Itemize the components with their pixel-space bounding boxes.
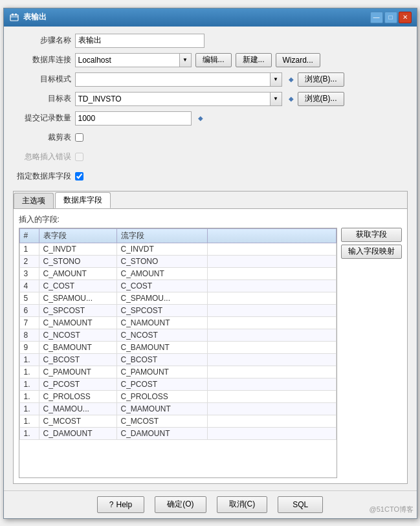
tabs-area: 主选项 数据库字段 插入的字段: # 表字段 流字 [13,191,408,484]
cell-extra [207,341,336,353]
table-row[interactable]: 7 C_NAMOUNT C_NAMOUNT [19,316,336,329]
db-connection-input[interactable] [75,53,180,67]
cell-table-field: C_INVDT [39,243,116,255]
table-row[interactable]: 1. C_MAMOU... C_MAMOUNT [19,402,336,415]
cell-extra [207,304,336,316]
right-btn-area: 获取字段 输入字段映射 [337,228,402,478]
cell-stream-field: C_PCOST [116,378,207,390]
table-row[interactable]: 1. C_PROLOSS C_PROLOSS [19,390,336,402]
target-table-label: 目标表 [13,93,71,104]
wizard-button[interactable]: Wizard... [276,53,320,67]
cell-stream-field: C_BCOST [116,353,207,366]
truncate-label: 裁剪表 [13,132,71,143]
cell-num: 8 [19,329,39,341]
map-fields-button[interactable]: 输入字段映射 [341,245,402,259]
table-row[interactable]: 1. C_MCOST C_MCOST [19,415,336,427]
table-row[interactable]: 3 C_AMOUNT C_AMOUNT [19,267,336,279]
cell-extra [207,402,336,415]
help-button[interactable]: ? Help [97,496,144,513]
ignore-errors-row: 忽略插入错误 [13,149,408,165]
table-row[interactable]: 1. C_PCOST C_PCOST [19,378,336,390]
table-row[interactable]: 1. C_BCOST C_BCOST [19,353,336,366]
tab-content: 插入的字段: # 表字段 流字段 [14,209,407,483]
submit-count-diamond-icon: ◆ [198,115,203,122]
cell-stream-field: C_DAMOUNT [116,427,207,439]
cell-stream-field: C_PROLOSS [116,390,207,402]
table-row[interactable]: 1 C_INVDT C_INVDT [19,243,336,255]
table-row[interactable]: 5 C_SPAMOU... C_SPAMOU... [19,292,336,304]
cell-extra [207,243,336,255]
sql-button[interactable]: SQL [278,496,323,513]
cell-num: 3 [19,267,39,279]
cell-table-field: C_COST [39,279,116,292]
table-row[interactable]: 9 C_BAMOUNT C_BAMOUNT [19,341,336,353]
cell-stream-field: C_SPAMOU... [116,292,207,304]
cell-extra [207,267,336,279]
cell-stream-field: C_PAMOUNT [116,366,207,378]
cell-table-field: C_SPAMOU... [39,292,116,304]
cell-table-field: C_PCOST [39,378,116,390]
table-row[interactable]: 1. C_PAMOUNT C_PAMOUNT [19,366,336,378]
cell-num: 1. [19,402,39,415]
tab-headers: 主选项 数据库字段 [14,192,407,209]
cell-extra [207,427,336,439]
browse1-button[interactable]: 浏览(B)... [298,72,344,87]
step-name-row: 步骤名称 [13,33,408,49]
target-mode-diamond-icon: ◆ [289,76,294,83]
cell-table-field: C_PROLOSS [39,390,116,402]
new-button[interactable]: 新建... [236,53,272,67]
svg-rect-0 [10,15,18,21]
window-title: 表输出 [23,12,47,23]
cell-table-field: C_MAMOU... [39,402,116,415]
tab-main[interactable]: 主选项 [14,193,54,208]
window-controls: — □ ✕ [370,12,412,23]
submit-count-input[interactable] [75,111,192,126]
get-fields-button[interactable]: 获取字段 [341,228,402,242]
cell-table-field: C_NAMOUNT [39,316,116,329]
browse2-button[interactable]: 浏览(B)... [298,92,344,106]
truncate-checkbox[interactable] [75,133,83,142]
target-table-dropdown-btn[interactable]: ▼ [271,92,282,106]
cell-table-field: C_STONO [39,255,116,267]
title-bar: 表输出 — □ ✕ [4,8,417,27]
cell-stream-field: C_NAMOUNT [116,316,207,329]
cell-extra [207,366,336,378]
close-button[interactable]: ✕ [399,12,412,23]
cell-num: 1. [19,366,39,378]
cell-num: 6 [19,304,39,316]
table-row[interactable]: 4 C_COST C_COST [19,279,336,292]
tab-db-fields[interactable]: 数据库字段 [55,192,111,208]
table-row[interactable]: 6 C_SPCOST C_SPCOST [19,304,336,316]
fields-table-scroll[interactable]: # 表字段 流字段 1 C_INVDT C_INVDT 2 C_STONO [19,228,337,477]
cell-num: 1. [19,390,39,402]
db-connection-label: 数据库连接 [13,54,71,65]
table-row[interactable]: 1. C_DAMOUNT C_DAMOUNT [19,427,336,439]
svg-rect-3 [15,14,17,16]
maximize-button[interactable]: □ [384,12,397,23]
table-row[interactable]: 2 C_STONO C_STONO [19,255,336,267]
specify-fields-row: 指定数据库字段 [13,169,408,184]
target-table-row: 目标表 ▼ ◆ 浏览(B)... [13,91,408,107]
target-mode-dropdown-btn[interactable]: ▼ [271,72,282,87]
edit-button[interactable]: 编辑... [195,53,232,67]
cell-num: 2 [19,255,39,267]
ok-button[interactable]: 确定(O) [155,496,206,513]
table-row[interactable]: 8 C_NCOST C_NCOST [19,329,336,341]
cell-num: 1 [19,243,39,255]
svg-rect-2 [12,14,14,16]
col-header-table-field: 表字段 [39,228,116,243]
minimize-button[interactable]: — [370,12,383,23]
step-name-input[interactable] [75,34,204,48]
specify-fields-checkbox[interactable] [75,172,83,181]
cancel-button[interactable]: 取消(C) [217,496,268,513]
ignore-errors-checkbox[interactable] [75,153,83,161]
target-table-input[interactable] [75,92,271,106]
cell-stream-field: C_STONO [116,255,207,267]
db-connection-dropdown-btn[interactable]: ▼ [180,53,192,67]
cell-extra [207,292,336,304]
cell-extra [207,390,336,402]
cell-num: 1. [19,378,39,390]
truncate-row: 裁剪表 [13,130,408,146]
cell-stream-field: C_MCOST [116,415,207,427]
target-mode-input[interactable] [75,72,271,87]
